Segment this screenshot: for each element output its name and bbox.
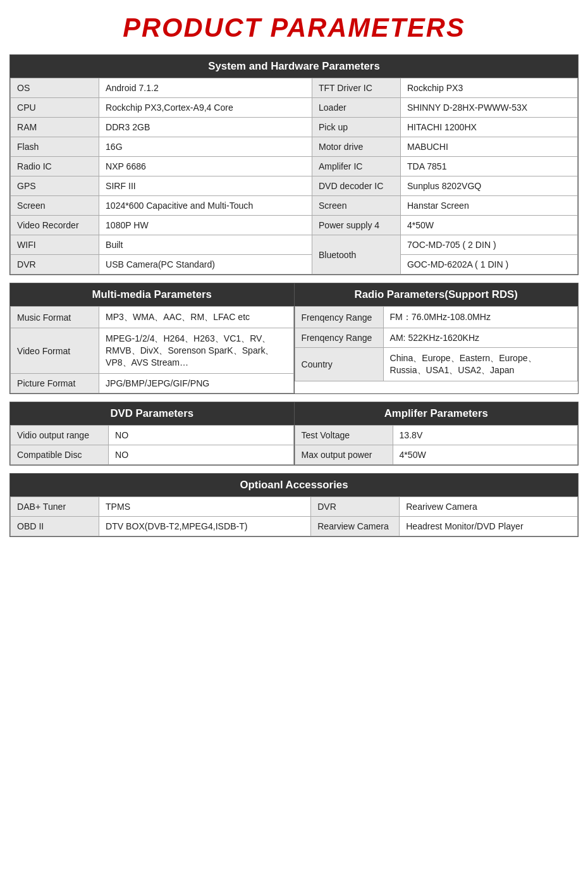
multimedia-header: Multi-media Parameters	[10, 283, 294, 306]
dab-value: TPMS	[99, 497, 311, 517]
amplifer-header: Amplifer Parameters	[295, 402, 579, 425]
wifi-label: WIFI	[11, 235, 99, 255]
compatible-disc-label: Compatible Disc	[11, 445, 109, 465]
loader-label: Loader	[312, 98, 400, 118]
table-row: RAM DDR3 2GB Pick up HITACHI 1200HX	[11, 118, 578, 137]
music-format-value: MP3、WMA、AAC、RM、LFAC etc	[99, 307, 294, 328]
picture-format-value: JPG/BMP/JEPG/GIF/PNG	[99, 374, 294, 393]
dvd-table: Vidio output range NO Compatible Disc NO	[10, 425, 294, 465]
screen2-value: Hanstar Screen	[400, 196, 577, 216]
system-table: OS Android 7.1.2 TFT Driver IC Rockchip …	[10, 78, 578, 275]
table-row: GPS SIRF III DVD decoder IC Sunplus 8202…	[11, 176, 578, 196]
video-format-value: MPEG-1/2/4、H264、H263、VC1、RV、RMVB、DivX、So…	[99, 328, 294, 374]
radio-ic-value: NXP 6686	[99, 157, 312, 176]
bluetooth-value1: 7OC-MD-705 ( 2 DIN )	[400, 235, 577, 255]
max-output-value: 4*50W	[393, 445, 578, 465]
multimedia-radio-section: Multi-media Parameters Music Format MP3、…	[9, 283, 579, 394]
flash-label: Flash	[11, 137, 99, 157]
tft-value: Rockchip PX3	[400, 78, 577, 98]
table-row: Picture Format JPG/BMP/JEPG/GIF/PNG	[11, 374, 294, 393]
dvd-header: DVD Parameters	[10, 402, 294, 425]
table-row: Radio IC NXP 6686 Amplifer IC TDA 7851	[11, 157, 578, 176]
test-voltage-value: 13.8V	[393, 426, 578, 445]
compatible-disc-value: NO	[109, 445, 294, 465]
dvr-opt-label: DVR	[311, 497, 400, 517]
rearview-label: Rearview Camera	[311, 517, 400, 536]
dvd-half: DVD Parameters Vidio output range NO Com…	[10, 402, 295, 465]
power-supply-label: Power supply 4	[312, 216, 400, 235]
video-output-label: Vidio output range	[11, 426, 109, 445]
screen-value: 1024*600 Capacitive and Multi-Touch	[99, 196, 312, 216]
ram-value: DDR3 2GB	[99, 118, 312, 137]
cpu-label: CPU	[11, 98, 99, 118]
dvr-value: USB Camera(PC Standard)	[99, 255, 312, 275]
music-format-label: Music Format	[11, 307, 99, 328]
gps-label: GPS	[11, 176, 99, 196]
table-row: Compatible Disc NO	[11, 445, 294, 465]
video-format-label: Video Format	[11, 328, 99, 374]
optional-section: Optioanl Accessories DAB+ Tuner TPMS DVR…	[9, 473, 579, 537]
dvd-decoder-label: DVD decoder IC	[312, 176, 400, 196]
video-recorder-label: Video Recorder	[11, 216, 99, 235]
system-section: System and Hardware Parameters OS Androi…	[9, 54, 579, 275]
fm-freq-label: Frenqency Range	[295, 307, 383, 328]
table-row: Video Recorder 1080P HW Power supply 4 4…	[11, 216, 578, 235]
ram-label: RAM	[11, 118, 99, 137]
radio-half: Radio Parameters(Support RDS) Frenqency …	[295, 283, 579, 393]
pickup-value: HITACHI 1200HX	[400, 118, 577, 137]
table-row: WIFI Built Bluetooth 7OC-MD-705 ( 2 DIN …	[11, 235, 578, 255]
amplifer-table: Test Voltage 13.8V Max output power 4*50…	[295, 425, 579, 465]
test-voltage-label: Test Voltage	[295, 426, 393, 445]
table-row: Music Format MP3、WMA、AAC、RM、LFAC etc	[11, 307, 294, 328]
video-output-value: NO	[109, 426, 294, 445]
amplifer-ic-value: TDA 7851	[400, 157, 577, 176]
flash-value: 16G	[99, 137, 312, 157]
table-row: Flash 16G Motor drive MABUCHI	[11, 137, 578, 157]
obd-label: OBD II	[11, 517, 99, 536]
rearview-value: Headrest Monitor/DVD Player	[400, 517, 578, 536]
multimedia-table: Music Format MP3、WMA、AAC、RM、LFAC etc Vid…	[10, 306, 294, 393]
obd-value: DTV BOX(DVB-T2,MPEG4,ISDB-T)	[99, 517, 311, 536]
table-row: DVR USB Camera(PC Standard) GOC-MD-6202A…	[11, 255, 578, 275]
table-row: OS Android 7.1.2 TFT Driver IC Rockchip …	[11, 78, 578, 98]
wifi-value: Built	[99, 235, 312, 255]
table-row: Test Voltage 13.8V	[295, 426, 578, 445]
dvd-decoder-value: Sunplus 8202VGQ	[400, 176, 577, 196]
max-output-label: Max output power	[295, 445, 393, 465]
video-recorder-value: 1080P HW	[99, 216, 312, 235]
amplifer-half: Amplifer Parameters Test Voltage 13.8V M…	[295, 402, 579, 465]
radio-table: Frenqency Range FM：76.0MHz-108.0MHz Fren…	[295, 306, 579, 381]
motordrive-value: MABUCHI	[400, 137, 577, 157]
gps-value: SIRF III	[99, 176, 312, 196]
dab-label: DAB+ Tuner	[11, 497, 99, 517]
multimedia-half: Multi-media Parameters Music Format MP3、…	[10, 283, 295, 393]
system-header: System and Hardware Parameters	[10, 55, 578, 78]
table-row: DAB+ Tuner TPMS DVR Rearivew Camera	[11, 497, 578, 517]
dvr-label: DVR	[11, 255, 99, 275]
tft-label: TFT Driver IC	[312, 78, 400, 98]
amplifer-ic-label: Amplifer IC	[312, 157, 400, 176]
country-label: Country	[295, 348, 383, 381]
radio-header: Radio Parameters(Support RDS)	[295, 283, 579, 306]
bluetooth-value2: GOC-MD-6202A ( 1 DIN )	[400, 255, 577, 275]
optional-table: DAB+ Tuner TPMS DVR Rearivew Camera OBD …	[10, 497, 578, 536]
am-freq-value: AM: 522KHz-1620KHz	[383, 328, 578, 348]
power-supply-value: 4*50W	[400, 216, 577, 235]
bluetooth-label: Bluetooth	[312, 235, 400, 275]
os-value: Android 7.1.2	[99, 78, 312, 98]
am-freq-label: Frenqency Range	[295, 328, 383, 348]
table-row: Video Format MPEG-1/2/4、H264、H263、VC1、RV…	[11, 328, 294, 374]
fm-freq-value: FM：76.0MHz-108.0MHz	[383, 307, 578, 328]
radio-ic-label: Radio IC	[11, 157, 99, 176]
page-title: PRODUCT PARAMETERS	[9, 13, 579, 43]
country-value: China、Europe、Eastern、Europe、Russia、USA1、…	[383, 348, 578, 381]
optional-header: Optioanl Accessories	[10, 474, 578, 497]
pickup-label: Pick up	[312, 118, 400, 137]
table-row: OBD II DTV BOX(DVB-T2,MPEG4,ISDB-T) Rear…	[11, 517, 578, 536]
dvd-amplifer-section: DVD Parameters Vidio output range NO Com…	[9, 402, 579, 466]
motordrive-label: Motor drive	[312, 137, 400, 157]
cpu-value: Rockchip PX3,Cortex-A9,4 Core	[99, 98, 312, 118]
dvr-opt-value: Rearivew Camera	[400, 497, 578, 517]
table-row: Vidio output range NO	[11, 426, 294, 445]
table-row: Screen 1024*600 Capacitive and Multi-Tou…	[11, 196, 578, 216]
